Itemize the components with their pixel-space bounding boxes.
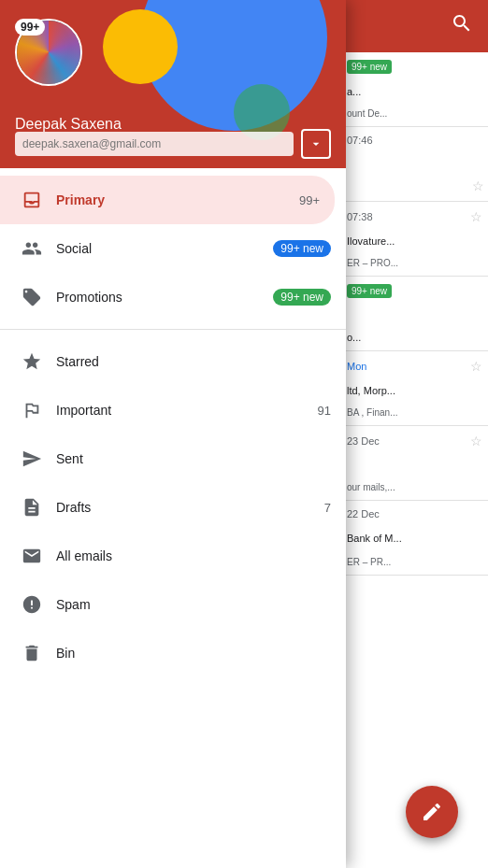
spam-icon [15, 588, 49, 621]
email-sender: Ilovature... [347, 235, 468, 247]
email-time-badge: 99+ new [347, 284, 392, 298]
sidebar-item-label: Important [56, 403, 318, 418]
drawer-nav: Primary 99+ Social 99+ new Promotions 99… [0, 168, 346, 868]
nav-count: 7 [324, 501, 331, 515]
email-subject: our mails,... [347, 482, 468, 492]
email-subject: ER – PRO... [347, 258, 468, 268]
nav-badge-promotions: 99+ new [273, 289, 331, 306]
star-icon [15, 345, 49, 378]
deco-yellow-circle [103, 9, 178, 84]
sidebar-item-bin[interactable]: Bin [0, 629, 346, 677]
email-time: 07:38 [347, 211, 373, 222]
star-icon[interactable]: ☆ [470, 209, 482, 224]
star-icon[interactable]: ☆ [470, 359, 482, 374]
compose-button[interactable] [406, 786, 458, 838]
sidebar-item-label: Promotions [56, 290, 273, 305]
promotions-icon [15, 280, 49, 314]
email-subject: ount De... [347, 108, 468, 119]
sidebar-item-sent[interactable]: Sent [0, 434, 346, 483]
sidebar-item-label: Bin [56, 646, 331, 661]
important-icon [15, 393, 49, 427]
profile-email-row [15, 129, 331, 159]
bin-icon [15, 636, 49, 670]
all-emails-icon [15, 539, 49, 573]
email-list: 99+ new a... ount De... 07:46 ☆ 07:38 ☆ … [341, 52, 488, 868]
list-item[interactable]: 99+ new o... [341, 277, 488, 351]
star-icon[interactable]: ☆ [470, 434, 482, 448]
email-sender: o... [347, 332, 468, 343]
sidebar-item-label: All emails [56, 548, 331, 563]
email-time: Mon [347, 361, 366, 372]
sidebar-item-drafts[interactable]: Drafts 7 [0, 483, 346, 532]
email-sender: Bank of M... [347, 533, 468, 544]
list-item[interactable]: 23 Dec ☆ our mails,... [341, 426, 488, 501]
list-item[interactable]: Mon ☆ ltd, Morp... BA , Finan... [341, 351, 488, 426]
email-time: 22 Dec [347, 508, 380, 519]
list-item[interactable]: 07:38 ☆ Ilovature... ER – PRO... [341, 202, 488, 277]
sidebar-item-label: Primary [56, 192, 299, 207]
sidebar-item-social[interactable]: Social 99+ new [0, 224, 346, 273]
social-icon [15, 232, 49, 265]
email-sender: ltd, Morp... [347, 385, 468, 396]
drafts-icon [15, 491, 49, 524]
email-time: 07:46 [347, 135, 373, 146]
nav-count: 91 [318, 404, 331, 418]
sidebar-item-all-emails[interactable]: All emails [0, 532, 346, 580]
email-subject: ER – PR... [347, 557, 468, 567]
nav-count: 99+ [299, 193, 320, 207]
sidebar-item-important[interactable]: Important 91 [0, 386, 346, 434]
drawer-header: 99+ Deepak Saxena [0, 0, 346, 168]
unread-count-badge: 99+ [15, 19, 45, 36]
star-icon[interactable]: ☆ [472, 178, 484, 193]
nav-divider [0, 329, 346, 330]
sidebar-item-label: Starred [56, 354, 331, 369]
navigation-drawer: 99+ Deepak Saxena Primary 99+ [0, 0, 346, 868]
email-sender: a... [347, 86, 468, 97]
sidebar-item-promotions[interactable]: Promotions 99+ new [0, 273, 346, 321]
sent-icon [15, 442, 49, 476]
search-icon[interactable] [451, 12, 473, 40]
email-time-badge: 99+ new [347, 60, 392, 74]
email-subject: BA , Finan... [347, 407, 468, 418]
list-item[interactable]: 99+ new a... ount De... [341, 52, 488, 127]
list-item[interactable]: 22 Dec Bank of M... ER – PR... [341, 501, 488, 576]
sidebar-item-starred[interactable]: Starred [0, 337, 346, 386]
email-time: 23 Dec [347, 435, 380, 447]
sidebar-item-spam[interactable]: Spam [0, 580, 346, 629]
inbox-icon [15, 183, 49, 217]
email-field[interactable] [15, 132, 294, 156]
sidebar-item-label: Spam [56, 597, 331, 612]
sidebar-item-primary[interactable]: Primary 99+ [0, 176, 335, 224]
account-dropdown-button[interactable] [301, 129, 331, 159]
list-item[interactable]: 07:46 ☆ [341, 127, 488, 202]
sidebar-item-label: Sent [56, 451, 331, 466]
sidebar-item-label: Social [56, 241, 273, 256]
sidebar-item-label: Drafts [56, 500, 324, 515]
nav-badge-social: 99+ new [273, 240, 331, 257]
